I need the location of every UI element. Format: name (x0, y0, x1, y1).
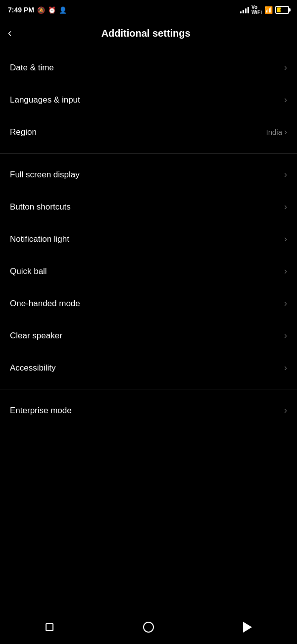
divider-2 (0, 389, 297, 389)
settings-item-quick-ball[interactable]: Quick ball › (0, 255, 297, 287)
settings-item-enterprise-mode[interactable]: Enterprise mode › (0, 394, 297, 427)
time-display: 7:49 PM (8, 6, 34, 14)
settings-item-languages-input[interactable]: Languages & input › (0, 84, 297, 116)
settings-item-clear-speaker[interactable]: Clear speaker › (0, 320, 297, 352)
page-title: Additional settings (17, 28, 274, 39)
settings-item-region[interactable]: Region India › (0, 116, 297, 148)
settings-group-2: Full screen display › Button shortcuts ›… (0, 159, 297, 384)
home-button[interactable] (134, 617, 163, 637)
settings-group-3: Enterprise mode › (0, 394, 297, 427)
divider-1 (0, 153, 297, 154)
vo-wifi-label: VoWiFi (251, 5, 262, 15)
chevron-right-date-time: › (284, 62, 287, 73)
back-nav-icon (243, 622, 252, 633)
alarm-icon: ⏰ (48, 6, 56, 14)
header: ‹ Additional settings (0, 20, 297, 52)
settings-item-accessibility[interactable]: Accessibility › (0, 352, 297, 384)
settings-group-1: Date & time › Languages & input › Region… (0, 52, 297, 148)
settings-item-one-handed-mode[interactable]: One-handed mode › (0, 287, 297, 320)
back-nav-button[interactable] (233, 617, 262, 637)
back-button[interactable]: ‹ (8, 25, 17, 42)
silent-icon: 🔕 (37, 6, 45, 14)
status-right: VoWiFi 📶 37 (240, 5, 289, 15)
settings-list: Date & time › Languages & input › Region… (0, 52, 297, 427)
recent-apps-icon (46, 623, 53, 631)
recent-apps-button[interactable] (35, 617, 64, 637)
bottom-nav (0, 614, 297, 644)
settings-item-button-shortcuts[interactable]: Button shortcuts › (0, 191, 297, 223)
settings-item-date-time[interactable]: Date & time › (0, 52, 297, 84)
signal-bars-icon (240, 6, 249, 13)
settings-item-notification-light[interactable]: Notification light › (0, 223, 297, 255)
settings-item-full-screen-display[interactable]: Full screen display › (0, 159, 297, 191)
status-bar: 7:49 PM 🔕 ⏰ 👤 VoWiFi 📶 37 (0, 0, 297, 20)
wifi-icon: 📶 (264, 6, 273, 14)
status-left: 7:49 PM 🔕 ⏰ 👤 (8, 6, 67, 14)
user-icon: 👤 (59, 6, 67, 14)
battery-icon: 37 (275, 6, 289, 14)
home-icon (143, 622, 154, 633)
